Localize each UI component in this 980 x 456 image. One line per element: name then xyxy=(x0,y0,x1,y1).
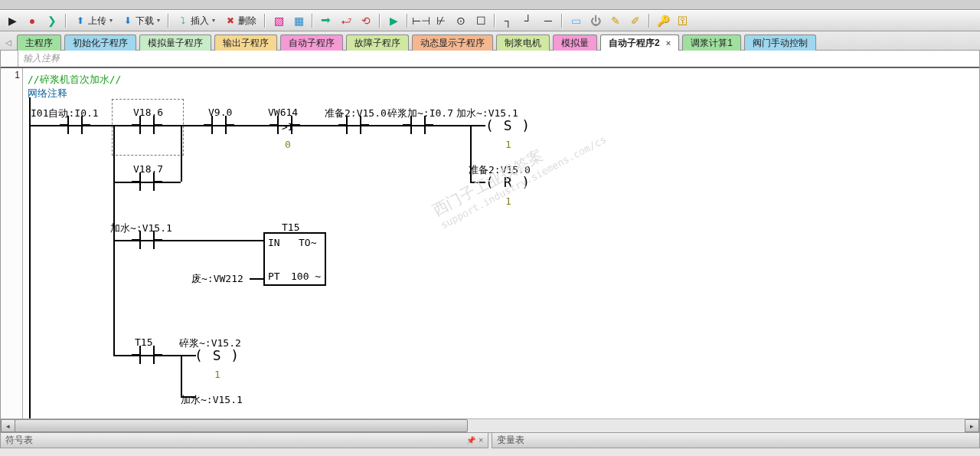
contact-c2[interactable] xyxy=(132,116,162,134)
lad-branch-down-icon[interactable]: ┐ xyxy=(499,12,518,29)
lad-coil-icon[interactable]: ⊙ xyxy=(452,12,470,29)
lad-contact-nc-icon[interactable]: ⊬ xyxy=(432,12,450,29)
program-tab-label: 主程序 xyxy=(25,37,53,50)
bottom-panel-tabs: 符号表 📌× 变量表 xyxy=(0,432,980,448)
program-tab-label: 制浆电机 xyxy=(505,37,541,50)
delete-button[interactable]: ✖删除 xyxy=(220,12,260,29)
stop-icon[interactable]: ● xyxy=(23,12,41,29)
contact-c10[interactable] xyxy=(132,231,162,249)
program-tab-label: 输出子程序 xyxy=(223,37,269,50)
param-s1: 1 xyxy=(505,139,511,150)
network-title: //碎浆机首次加水// xyxy=(28,73,979,87)
label-ptsrc: 废~:VW212 xyxy=(191,272,243,286)
program-tab-label: 自动子程序2 xyxy=(609,37,660,50)
program-tab-5[interactable]: 故障子程序 xyxy=(346,34,409,51)
insert-label: 插入 xyxy=(191,16,209,25)
tool-icon-lock[interactable]: ⚿ xyxy=(674,12,692,29)
program-tab-6[interactable]: 动态显示子程序 xyxy=(412,34,493,51)
compare-val: 0 xyxy=(285,139,291,150)
program-tab-0[interactable]: 主程序 xyxy=(17,34,61,51)
delete-label: 删除 xyxy=(238,16,256,25)
tool-icon-1[interactable]: ▧ xyxy=(270,12,288,29)
tool-icon-edit1[interactable]: ✎ xyxy=(606,12,625,29)
program-tab-3[interactable]: 输出子程序 xyxy=(214,34,277,51)
contact-c6[interactable] xyxy=(403,116,433,134)
lad-contact-no-icon[interactable]: ⊢⊣ xyxy=(412,12,430,29)
pin-icon[interactable]: 📌 xyxy=(466,436,475,445)
program-tab-label: 调浆计算1 xyxy=(691,37,733,50)
program-tab-8[interactable]: 模拟量 xyxy=(553,34,597,51)
run-icon[interactable]: ▶ xyxy=(3,12,21,29)
label-c13: 加水~:V15.1 xyxy=(181,393,243,407)
insert-button[interactable]: ⤵插入 xyxy=(173,12,219,29)
gutter-header xyxy=(1,51,18,67)
compare-op: >I xyxy=(282,121,294,133)
upload-label: 上传 xyxy=(88,16,106,25)
download-button[interactable]: ⬇下载 xyxy=(118,12,164,29)
contact-c5[interactable] xyxy=(338,116,369,134)
timer-to: TO~ xyxy=(299,237,316,248)
tool-icon-toggle[interactable]: ⏻ xyxy=(586,12,605,29)
tool-icon-6[interactable]: ▶ xyxy=(384,12,403,29)
timer-pt: PT xyxy=(268,271,280,282)
ladder-editor: 输入注释 1 //碎浆机首次加水// 网络注释 I01自动:I0.1 V18.6 xyxy=(0,51,980,432)
scroll-thumb[interactable] xyxy=(15,419,468,432)
coil-s2[interactable]: ( S ) xyxy=(194,347,240,363)
bottom-tab-left-label: 符号表 xyxy=(5,434,33,447)
tab-scroll-left-icon[interactable]: ◁ xyxy=(3,34,14,50)
horizontal-scrollbar[interactable]: ◂ ▸ xyxy=(1,418,979,432)
program-tab-label: 初始化子程序 xyxy=(73,37,128,50)
program-tab-label: 模拟量 xyxy=(561,37,589,50)
program-tab-4[interactable]: 自动子程序 xyxy=(280,34,343,51)
coil-s1[interactable]: ( S ) xyxy=(485,117,531,133)
network-number: 1 xyxy=(1,68,23,418)
program-tab-label: 自动子程序 xyxy=(289,37,335,50)
scroll-left-icon[interactable]: ◂ xyxy=(1,419,15,432)
param-r1: 1 xyxy=(505,195,511,207)
upload-button[interactable]: ⬆上传 xyxy=(70,12,116,29)
label-t15: T15 xyxy=(282,221,299,233)
tool-icon-3[interactable]: ⮕ xyxy=(317,12,335,29)
timer-ptv: 100 ~ xyxy=(291,271,321,282)
program-tab-2[interactable]: 模拟量子程序 xyxy=(139,34,211,51)
program-tab-1[interactable]: 初始化子程序 xyxy=(64,34,136,51)
program-tab-10[interactable]: 调浆计算1 xyxy=(682,34,741,51)
tool-icon-edit2[interactable]: ✐ xyxy=(626,12,645,29)
download-label: 下载 xyxy=(136,16,154,25)
program-tab-9[interactable]: 自动子程序2× xyxy=(600,34,679,51)
compile-icon[interactable]: ❯ xyxy=(43,12,61,29)
scroll-right-icon[interactable]: ▸ xyxy=(965,419,979,432)
tool-icon-2[interactable]: ▦ xyxy=(289,12,308,29)
program-tab-label: 故障子程序 xyxy=(354,37,400,50)
contact-c3[interactable] xyxy=(204,116,234,134)
param-s2: 1 xyxy=(214,369,220,380)
contact-c1[interactable] xyxy=(60,116,90,134)
program-tab-strip: ◁ 主程序初始化子程序模拟量子程序输出子程序自动子程序故障子程序动态显示子程序制… xyxy=(0,31,980,51)
main-toolbar: ▶ ● ❯ ⬆上传 ⬇下载 ⤵插入 ✖删除 ▧ ▦ ⮕ ⮐ ⟲ ▶ ⊢⊣ ⊬ ⊙… xyxy=(0,10,980,31)
close-icon[interactable]: × xyxy=(479,436,483,445)
program-tab-11[interactable]: 阀门手动控制 xyxy=(744,34,816,51)
bottom-tab-right-label: 变量表 xyxy=(497,434,524,447)
tool-icon-4[interactable]: ⮐ xyxy=(337,12,355,29)
ladder-canvas[interactable]: //碎浆机首次加水// 网络注释 I01自动:I0.1 V18.6 V9.0 xyxy=(23,68,979,418)
program-tab-label: 阀门手动控制 xyxy=(753,37,808,50)
tab-close-icon[interactable]: × xyxy=(666,38,671,48)
contact-c9[interactable] xyxy=(132,172,162,191)
timer-in: IN xyxy=(268,237,280,248)
lad-wire-icon[interactable]: ─ xyxy=(539,12,557,29)
network-comment-input[interactable]: 输入注释 xyxy=(18,51,979,67)
bottom-tab-symboltable[interactable]: 符号表 📌× xyxy=(0,433,488,448)
tool-icon-5[interactable]: ⟲ xyxy=(357,12,375,29)
program-tab-7[interactable]: 制浆电机 xyxy=(496,34,550,51)
bottom-tab-vartable[interactable]: 变量表 xyxy=(492,433,980,448)
program-tab-label: 动态显示子程序 xyxy=(420,37,485,50)
lad-box-icon[interactable]: ☐ xyxy=(472,12,490,29)
tool-icon-window[interactable]: ▭ xyxy=(567,12,585,29)
program-tab-label: 模拟量子程序 xyxy=(148,37,203,50)
tool-icon-key[interactable]: 🔑 xyxy=(654,12,672,29)
coil-r1[interactable]: ( R ) xyxy=(485,174,531,190)
lad-branch-up-icon[interactable]: ┘ xyxy=(519,12,537,29)
contact-c11[interactable] xyxy=(132,346,162,364)
